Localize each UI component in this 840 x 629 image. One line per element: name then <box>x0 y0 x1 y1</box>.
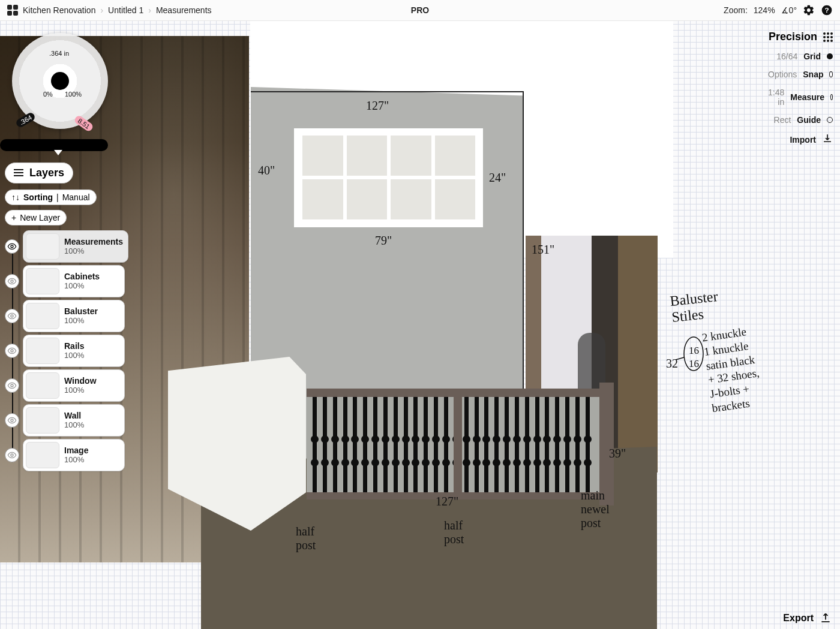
brush-radial-menu[interactable]: .364 in 0% 100% .364 8.51 <box>12 33 108 129</box>
precision-title: Precision <box>769 31 817 43</box>
topbar: Kitchen Renovation › Untitled 1 › Measur… <box>0 0 840 21</box>
annot-half-post-1: half post <box>296 525 316 552</box>
precision-row-snap[interactable]: Options Snap <box>768 70 833 79</box>
toggle-off-icon[interactable] <box>827 117 833 123</box>
breadcrumb-1[interactable]: Untitled 1 <box>108 5 143 15</box>
annot-half-post-2: half post <box>444 519 464 546</box>
import-label: Import <box>790 135 816 145</box>
app-icon[interactable] <box>7 5 18 16</box>
precision-row-grid[interactable]: 16/64 Grid <box>768 52 833 61</box>
svg-point-3 <box>11 280 13 282</box>
layer-thumbnail <box>26 442 59 468</box>
precision-row-guide[interactable]: Rect Guide <box>768 115 833 125</box>
layer-opacity: 100% <box>64 386 97 395</box>
gear-icon[interactable] <box>803 4 815 16</box>
snap-label: Snap <box>803 70 823 79</box>
toggle-off-icon[interactable] <box>829 71 833 77</box>
layer-card[interactable]: Measurements 100% <box>23 230 128 263</box>
visibility-eye-icon[interactable] <box>5 239 19 254</box>
scale-label: 1:48 in <box>768 88 784 107</box>
annot-side-right: 24" <box>489 171 506 185</box>
annot-notes-split-b: 16 <box>689 358 699 370</box>
visibility-eye-icon[interactable] <box>5 448 19 462</box>
drawing-window-panes <box>302 136 475 219</box>
sorting-button[interactable]: ↑↓ Sorting | Manual <box>5 189 97 205</box>
brush-opacity-right: 100% <box>65 91 82 98</box>
svg-point-7 <box>11 419 13 422</box>
svg-point-2 <box>11 245 13 248</box>
pro-badge[interactable]: PRO <box>411 5 429 15</box>
annot-rail-width: 127" <box>436 495 458 508</box>
zoom-value[interactable]: 124% <box>754 5 775 15</box>
annot-top-width: 127" <box>366 99 389 113</box>
svg-point-5 <box>11 350 13 352</box>
layer-name: Wall <box>64 411 84 420</box>
precision-row-measure[interactable]: 1:48 in Measure <box>768 88 833 107</box>
layer-thumbnail <box>26 338 59 364</box>
plus-icon: + <box>11 213 16 222</box>
layer-name: Image <box>64 446 88 455</box>
layer-name: Rails <box>64 341 84 351</box>
layer-item[interactable]: Measurements 100% <box>5 230 125 263</box>
import-icon <box>822 133 833 146</box>
layer-opacity: 100% <box>64 455 88 464</box>
layer-thumbnail <box>26 372 59 399</box>
toggle-off-icon[interactable] <box>830 94 833 100</box>
annot-main-post: main newel post <box>581 489 610 530</box>
layer-opacity: 100% <box>64 281 100 290</box>
annot-window-width: 79" <box>375 234 392 248</box>
layer-name: Baluster <box>64 306 98 316</box>
layer-item[interactable]: Rails 100% <box>5 335 125 367</box>
layer-card[interactable]: Baluster 100% <box>23 300 125 332</box>
new-layer-label: New Layer <box>20 213 60 222</box>
layer-card[interactable]: Wall 100% <box>23 404 125 437</box>
breadcrumb-0[interactable]: Kitchen Renovation <box>23 5 95 15</box>
annot-side-left: 40" <box>258 164 275 177</box>
annot-rail-height: 39" <box>609 447 626 461</box>
layer-name: Window <box>64 376 97 386</box>
layer-item[interactable]: Cabinets 100% <box>5 265 125 297</box>
visibility-eye-icon[interactable] <box>5 344 19 358</box>
new-layer-button[interactable]: + New Layer <box>5 210 67 225</box>
layer-card[interactable]: Cabinets 100% <box>23 265 125 297</box>
export-button[interactable]: Export <box>783 612 832 624</box>
layer-item[interactable]: Window 100% <box>5 369 125 402</box>
layer-opacity: 100% <box>64 316 98 325</box>
options-label: Options <box>768 70 797 79</box>
layer-card[interactable]: Rails 100% <box>23 335 125 367</box>
svg-point-6 <box>11 384 13 387</box>
angle-value[interactable]: ∡0° <box>781 5 797 15</box>
zoom-label: Zoom: <box>724 5 748 15</box>
layer-name: Measurements <box>64 237 123 246</box>
grid-label: Grid <box>803 52 821 61</box>
layer-card[interactable]: Image 100% <box>23 439 125 471</box>
visibility-eye-icon[interactable] <box>5 378 19 393</box>
visibility-eye-icon[interactable] <box>5 413 19 428</box>
layer-card[interactable]: Window 100% <box>23 369 125 402</box>
brush-size-slider[interactable] <box>0 139 108 151</box>
toggle-on-icon[interactable] <box>827 53 833 59</box>
visibility-eye-icon[interactable] <box>5 309 19 323</box>
menu-icon <box>14 169 23 176</box>
sorting-mode: Manual <box>62 192 90 202</box>
help-icon[interactable]: ? <box>821 4 833 16</box>
grid-fraction: 16/64 <box>776 52 797 61</box>
layer-item[interactable]: Baluster 100% <box>5 300 125 332</box>
layer-item[interactable]: Wall 100% <box>5 404 125 437</box>
annot-notes-split-a: 16 <box>689 345 699 357</box>
import-button[interactable]: Import <box>768 133 833 146</box>
layers-toggle[interactable]: Layers <box>5 162 73 183</box>
export-label: Export <box>783 613 814 624</box>
precision-panel: Precision 16/64 Grid Options Snap 1:48 i… <box>768 27 840 146</box>
dim-line-top <box>251 91 524 92</box>
breadcrumb-2[interactable]: Measurements <box>156 5 212 15</box>
layer-item[interactable]: Image 100% <box>5 439 125 471</box>
guide-label: Guide <box>797 115 821 125</box>
layer-opacity: 100% <box>64 420 84 429</box>
breadcrumb-sep: › <box>100 5 103 15</box>
layer-name: Cabinets <box>64 272 100 281</box>
visibility-eye-icon[interactable] <box>5 274 19 288</box>
drag-handle-icon[interactable] <box>823 32 833 42</box>
layers-panel: Layers ↑↓ Sorting | Manual + New Layer M… <box>5 162 125 471</box>
layer-thumbnail <box>26 268 59 294</box>
